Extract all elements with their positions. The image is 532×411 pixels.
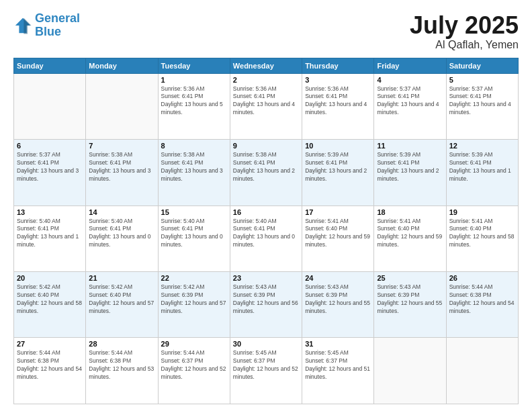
day-number: 23 (233, 274, 299, 282)
calendar-cell: 3Sunrise: 5:36 AMSunset: 6:41 PMDaylight… (302, 73, 374, 139)
calendar-cell: 30Sunrise: 5:45 AMSunset: 6:37 PMDayligh… (230, 338, 302, 404)
day-number: 1 (161, 76, 227, 84)
day-number: 30 (233, 340, 299, 348)
day-info: Sunrise: 5:43 AMSunset: 6:39 PMDaylight:… (305, 283, 371, 316)
calendar-cell: 29Sunrise: 5:44 AMSunset: 6:37 PMDayligh… (158, 338, 230, 404)
calendar-cell: 1Sunrise: 5:36 AMSunset: 6:41 PMDaylight… (158, 73, 230, 139)
calendar-cell: 17Sunrise: 5:41 AMSunset: 6:40 PMDayligh… (302, 205, 374, 271)
calendar-table: SundayMondayTuesdayWednesdayThursdayFrid… (13, 58, 519, 404)
calendar-cell: 13Sunrise: 5:40 AMSunset: 6:41 PMDayligh… (14, 205, 86, 271)
weekday-header-friday: Friday (374, 58, 446, 73)
calendar-cell: 21Sunrise: 5:42 AMSunset: 6:40 PMDayligh… (86, 272, 158, 338)
calendar-week-4: 20Sunrise: 5:42 AMSunset: 6:40 PMDayligh… (14, 272, 519, 338)
day-info: Sunrise: 5:42 AMSunset: 6:39 PMDaylight:… (161, 283, 227, 316)
day-info: Sunrise: 5:40 AMSunset: 6:41 PMDaylight:… (233, 218, 299, 250)
month-title: July 2025 (410, 12, 519, 39)
calendar-cell: 15Sunrise: 5:40 AMSunset: 6:41 PMDayligh… (158, 205, 230, 271)
calendar-cell: 2Sunrise: 5:36 AMSunset: 6:41 PMDaylight… (230, 73, 302, 139)
day-number: 19 (449, 208, 515, 216)
day-number: 27 (17, 340, 83, 348)
calendar-cell: 23Sunrise: 5:43 AMSunset: 6:39 PMDayligh… (230, 272, 302, 338)
calendar-cell: 28Sunrise: 5:44 AMSunset: 6:38 PMDayligh… (86, 338, 158, 404)
day-number: 11 (377, 142, 443, 150)
day-info: Sunrise: 5:37 AMSunset: 6:41 PMDaylight:… (17, 151, 83, 183)
day-info: Sunrise: 5:39 AMSunset: 6:41 PMDaylight:… (377, 151, 443, 183)
calendar-cell: 26Sunrise: 5:44 AMSunset: 6:38 PMDayligh… (446, 272, 518, 338)
day-info: Sunrise: 5:40 AMSunset: 6:41 PMDaylight:… (17, 218, 83, 250)
day-info: Sunrise: 5:41 AMSunset: 6:40 PMDaylight:… (449, 218, 515, 250)
weekday-header-wednesday: Wednesday (230, 58, 302, 73)
calendar-cell: 12Sunrise: 5:39 AMSunset: 6:41 PMDayligh… (446, 140, 518, 205)
day-number: 10 (305, 142, 371, 150)
day-info: Sunrise: 5:44 AMSunset: 6:38 PMDaylight:… (89, 349, 154, 381)
day-number: 9 (233, 142, 299, 150)
svg-marker-1 (24, 18, 31, 34)
day-number: 13 (17, 208, 83, 216)
calendar-cell: 27Sunrise: 5:44 AMSunset: 6:38 PMDayligh… (14, 338, 86, 404)
day-info: Sunrise: 5:43 AMSunset: 6:39 PMDaylight:… (377, 283, 443, 316)
day-number: 3 (305, 76, 371, 84)
day-number: 5 (449, 76, 515, 84)
day-info: Sunrise: 5:36 AMSunset: 6:41 PMDaylight:… (233, 85, 299, 118)
day-info: Sunrise: 5:39 AMSunset: 6:41 PMDaylight:… (449, 151, 515, 183)
logo-text: General Blue (35, 12, 80, 39)
calendar-cell (14, 73, 86, 139)
day-number: 18 (377, 208, 443, 216)
day-info: Sunrise: 5:41 AMSunset: 6:40 PMDaylight:… (377, 218, 443, 250)
day-number: 16 (233, 208, 299, 216)
calendar-header-row: SundayMondayTuesdayWednesdayThursdayFrid… (14, 58, 519, 73)
day-info: Sunrise: 5:42 AMSunset: 6:40 PMDaylight:… (17, 283, 83, 316)
day-number: 17 (305, 208, 371, 216)
calendar-cell: 5Sunrise: 5:37 AMSunset: 6:41 PMDaylight… (446, 73, 518, 139)
day-info: Sunrise: 5:39 AMSunset: 6:41 PMDaylight:… (305, 151, 371, 183)
calendar-cell (446, 338, 518, 404)
logo: General Blue (13, 12, 80, 39)
day-info: Sunrise: 5:37 AMSunset: 6:41 PMDaylight:… (377, 85, 443, 118)
day-number: 31 (305, 340, 371, 348)
location-title: Al Qaflah, Yemen (410, 39, 519, 51)
calendar-cell: 20Sunrise: 5:42 AMSunset: 6:40 PMDayligh… (14, 272, 86, 338)
day-number: 24 (305, 274, 371, 282)
day-number: 25 (377, 274, 443, 282)
calendar-week-5: 27Sunrise: 5:44 AMSunset: 6:38 PMDayligh… (14, 338, 519, 404)
calendar-week-3: 13Sunrise: 5:40 AMSunset: 6:41 PMDayligh… (14, 205, 519, 271)
weekday-header-monday: Monday (86, 58, 158, 73)
day-info: Sunrise: 5:44 AMSunset: 6:38 PMDaylight:… (449, 283, 515, 316)
day-info: Sunrise: 5:42 AMSunset: 6:40 PMDaylight:… (89, 283, 154, 316)
day-number: 8 (161, 142, 227, 150)
calendar-cell: 19Sunrise: 5:41 AMSunset: 6:40 PMDayligh… (446, 205, 518, 271)
day-info: Sunrise: 5:44 AMSunset: 6:37 PMDaylight:… (161, 349, 227, 381)
calendar-week-1: 1Sunrise: 5:36 AMSunset: 6:41 PMDaylight… (14, 73, 519, 139)
weekday-header-tuesday: Tuesday (158, 58, 230, 73)
calendar-cell: 18Sunrise: 5:41 AMSunset: 6:40 PMDayligh… (374, 205, 446, 271)
day-number: 29 (161, 340, 227, 348)
title-block: July 2025 Al Qaflah, Yemen (410, 12, 519, 51)
day-number: 2 (233, 76, 299, 84)
day-info: Sunrise: 5:45 AMSunset: 6:37 PMDaylight:… (233, 349, 299, 381)
calendar-cell: 25Sunrise: 5:43 AMSunset: 6:39 PMDayligh… (374, 272, 446, 338)
calendar-cell: 10Sunrise: 5:39 AMSunset: 6:41 PMDayligh… (302, 140, 374, 205)
logo-icon (13, 16, 32, 35)
calendar-cell: 16Sunrise: 5:40 AMSunset: 6:41 PMDayligh… (230, 205, 302, 271)
calendar-cell: 4Sunrise: 5:37 AMSunset: 6:41 PMDaylight… (374, 73, 446, 139)
day-info: Sunrise: 5:41 AMSunset: 6:40 PMDaylight:… (305, 218, 371, 250)
calendar-week-2: 6Sunrise: 5:37 AMSunset: 6:41 PMDaylight… (14, 140, 519, 205)
day-info: Sunrise: 5:37 AMSunset: 6:41 PMDaylight:… (449, 85, 515, 118)
calendar-cell: 6Sunrise: 5:37 AMSunset: 6:41 PMDaylight… (14, 140, 86, 205)
day-info: Sunrise: 5:43 AMSunset: 6:39 PMDaylight:… (233, 283, 299, 316)
calendar-cell: 9Sunrise: 5:38 AMSunset: 6:41 PMDaylight… (230, 140, 302, 205)
day-number: 20 (17, 274, 83, 282)
logo-general: General (35, 11, 80, 25)
calendar-cell: 31Sunrise: 5:45 AMSunset: 6:37 PMDayligh… (302, 338, 374, 404)
day-info: Sunrise: 5:38 AMSunset: 6:41 PMDaylight:… (89, 151, 154, 183)
weekday-header-sunday: Sunday (14, 58, 86, 73)
day-info: Sunrise: 5:38 AMSunset: 6:41 PMDaylight:… (161, 151, 227, 183)
calendar-cell (374, 338, 446, 404)
day-number: 4 (377, 76, 443, 84)
day-info: Sunrise: 5:36 AMSunset: 6:41 PMDaylight:… (161, 85, 227, 118)
day-number: 6 (17, 142, 83, 150)
calendar-cell: 22Sunrise: 5:42 AMSunset: 6:39 PMDayligh… (158, 272, 230, 338)
day-number: 15 (161, 208, 227, 216)
logo-blue: Blue (35, 25, 61, 38)
day-info: Sunrise: 5:36 AMSunset: 6:41 PMDaylight:… (305, 85, 371, 118)
